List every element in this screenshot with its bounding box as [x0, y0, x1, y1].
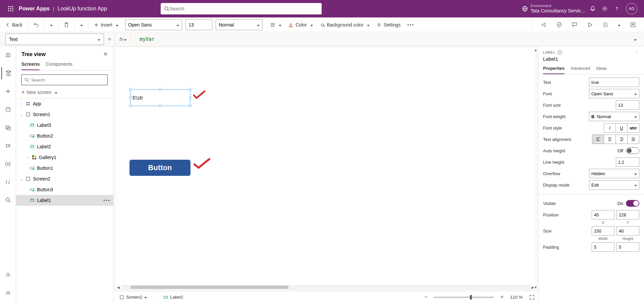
undo-button[interactable] [31, 19, 42, 30]
strikethrough-button[interactable]: abc [627, 123, 639, 133]
control-name[interactable]: Label1 [538, 56, 644, 64]
font-size-input[interactable]: 13 [185, 19, 212, 30]
app-checker-icon[interactable] [553, 19, 565, 30]
notifications-icon[interactable] [590, 6, 596, 12]
collapse-panel-icon[interactable]: 〉 [636, 50, 640, 55]
align-center-button[interactable] [604, 135, 616, 144]
settings-button[interactable]: Settings [374, 19, 404, 30]
app-launcher-icon[interactable] [3, 6, 19, 12]
prop-position-x[interactable] [592, 210, 614, 219]
fx-button[interactable]: fx [119, 37, 126, 42]
item-overflow-icon[interactable]: ••• [103, 198, 110, 203]
publish-icon[interactable] [627, 19, 639, 30]
prop-text-input[interactable] [589, 78, 639, 87]
fill-color-button[interactable]: Background color [317, 19, 372, 30]
data-rail-icon[interactable] [1, 103, 15, 115]
info-icon[interactable]: ? [557, 50, 562, 55]
align-justify-button[interactable] [627, 135, 639, 144]
visible-toggle[interactable] [626, 200, 639, 207]
tree-item-gallery1[interactable]: › Gallery1 [16, 152, 113, 163]
new-screen-button[interactable]: + New screen [16, 88, 113, 98]
prop-fontsize-input[interactable] [616, 100, 639, 110]
close-tree-icon[interactable]: ✕ [103, 51, 108, 57]
prop-padding-right[interactable] [616, 242, 639, 252]
canvas-vertical-scrollbar[interactable]: ▲ ▼ [533, 48, 538, 290]
tree-item-screen2[interactable]: ⌄ Screen2 [16, 173, 113, 184]
prop-size-height[interactable] [616, 226, 639, 236]
settings-rail-icon[interactable] [1, 269, 15, 281]
scroll-down-icon[interactable]: ▼ [533, 285, 538, 290]
environment-picker[interactable]: Environment Tata Consultancy Servic… [522, 4, 586, 14]
tab-properties[interactable]: Properties [543, 66, 565, 74]
prop-displaymode-select[interactable]: Edit [589, 180, 639, 190]
tree-item-button1[interactable]: Button1 [16, 163, 113, 173]
tree-item-label2[interactable]: Label2 [16, 141, 113, 152]
prop-padding-top[interactable] [592, 242, 614, 252]
tab-advanced[interactable]: Advanced [571, 66, 590, 74]
font-family-dropdown[interactable]: Open Sans [125, 19, 182, 30]
canvas[interactable]: true Button ◀ ▶ [116, 48, 535, 290]
undo-split-button[interactable] [47, 19, 55, 30]
text-color-button[interactable]: A Color [285, 19, 315, 30]
tree-search-box[interactable] [21, 74, 108, 85]
prop-overflow-select[interactable]: Hidden [589, 169, 639, 178]
tab-screens[interactable]: Screens [21, 61, 40, 70]
tree-item-screen1[interactable]: ⌄ Screen1 [16, 109, 113, 120]
prop-size-width[interactable] [592, 226, 614, 236]
autoheight-toggle[interactable] [626, 147, 639, 154]
tree-item-app[interactable]: › App [16, 98, 113, 109]
canvas-button-control[interactable]: Button [129, 160, 191, 176]
tree-item-label3[interactable]: Label3 [16, 120, 113, 131]
share-icon[interactable] [538, 19, 549, 30]
align-button[interactable] [267, 19, 284, 30]
prop-font-select[interactable]: Open Sans [589, 89, 639, 98]
media-rail-icon[interactable] [1, 121, 15, 134]
fit-to-screen-icon[interactable] [529, 295, 535, 300]
overflow-button[interactable]: ••• [405, 19, 417, 30]
paste-split-button[interactable] [77, 19, 86, 30]
scroll-up-icon[interactable]: ▲ [533, 48, 538, 52]
formula-input[interactable] [135, 36, 628, 42]
paste-button[interactable] [61, 19, 72, 30]
preview-icon[interactable] [584, 19, 596, 30]
tree-search-input[interactable] [31, 78, 105, 83]
tree-item-button3[interactable]: Button3 [16, 184, 113, 195]
tools-rail-icon[interactable] [1, 176, 15, 188]
align-left-button[interactable] [592, 135, 604, 144]
tab-ideas[interactable]: Ideas [596, 66, 607, 74]
breadcrumb-control[interactable]: Label1 [161, 294, 186, 300]
scroll-left-icon[interactable]: ◀ [116, 285, 121, 290]
zoom-in-button[interactable]: + [500, 294, 504, 301]
prop-fontweight-select[interactable]: B Normal [589, 112, 639, 121]
insert-rail-icon[interactable] [1, 85, 15, 97]
expand-formula-icon[interactable] [632, 36, 639, 42]
virtual-agent-icon[interactable] [1, 287, 15, 299]
prop-position-y[interactable] [616, 210, 639, 219]
underline-button[interactable]: U [615, 123, 628, 133]
tree-view-icon[interactable] [1, 67, 15, 79]
help-icon[interactable]: ? [614, 6, 620, 12]
breadcrumb-screen[interactable]: Screen2 [117, 294, 150, 300]
hamburger-icon[interactable] [1, 49, 15, 61]
zoom-slider[interactable] [434, 297, 494, 298]
tree-item-label1[interactable]: Label1 ••• [16, 195, 113, 206]
selected-label-control[interactable]: true [130, 89, 191, 106]
zoom-out-button[interactable]: − [424, 294, 428, 301]
user-avatar[interactable]: AG [626, 3, 637, 14]
insert-button[interactable]: Insert [91, 19, 121, 30]
align-right-button[interactable] [615, 135, 628, 144]
global-search-input[interactable] [169, 6, 318, 11]
settings-gear-icon[interactable] [602, 6, 608, 12]
property-selector[interactable]: Text [5, 34, 104, 45]
global-search[interactable] [161, 3, 322, 14]
flows-rail-icon[interactable] [1, 140, 15, 152]
font-weight-dropdown[interactable]: Normal [216, 19, 263, 30]
canvas-horizontal-scrollbar[interactable]: ◀ ▶ [116, 285, 535, 290]
search-rail-icon[interactable] [1, 194, 15, 206]
save-split-icon[interactable] [615, 19, 623, 30]
back-button[interactable]: Back [3, 19, 25, 30]
tab-components[interactable]: Components [46, 61, 72, 70]
variables-rail-icon[interactable]: (x) [1, 158, 15, 170]
prop-lineheight-input[interactable] [616, 157, 639, 167]
save-icon[interactable] [600, 19, 611, 30]
